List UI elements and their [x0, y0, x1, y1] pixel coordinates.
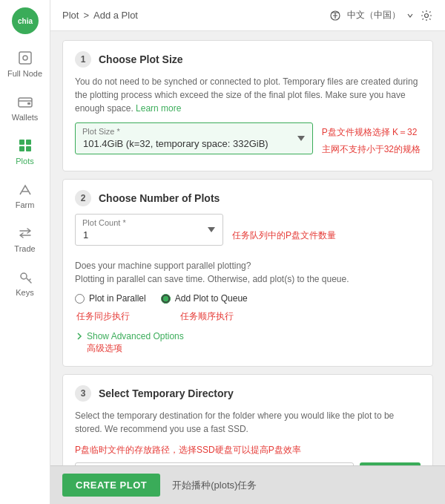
svg-rect-5 — [27, 102, 30, 105]
annotation-temp: P盘临时文件的存放路径，选择SSD硬盘可以提高P盘效率 — [75, 443, 421, 457]
sidebar-item-label: Trade — [14, 244, 35, 253]
chevron-right-icon — [75, 332, 84, 341]
sidebar-item-label: Full Node — [7, 69, 42, 78]
annotation-queue: 任务顺序执行 — [180, 310, 234, 324]
plot-size-label: Plot Size * — [82, 127, 120, 136]
section3-description: Select the temporary destination for the… — [75, 409, 421, 436]
radio-parallel[interactable]: Plot in Parallel — [75, 293, 146, 304]
sidebar-item-label: Keys — [16, 288, 33, 297]
footer-annotation: 开始播种(plots)任务 — [172, 479, 257, 492]
farm-icon — [16, 180, 34, 198]
language-label[interactable]: 中文（中国） — [347, 9, 400, 22]
annotation-parallel: 任务同步执行 — [76, 310, 130, 324]
section3-header: 3 Select Temporary Directory — [75, 385, 421, 402]
sidebar-item-trade[interactable]: Trade — [0, 217, 50, 261]
section3-number: 3 — [75, 385, 91, 402]
section2-title: Choose Number of Plots — [99, 192, 220, 204]
plot-count-label: Plot Count * — [82, 218, 126, 227]
svg-rect-6 — [19, 140, 24, 145]
section1-title: Choose Plot Size — [99, 53, 183, 65]
svg-point-3 — [23, 56, 27, 60]
header-controls: 中文（中国） — [329, 9, 433, 22]
keys-icon — [16, 268, 34, 286]
section-num-plots: 2 Choose Number of Plots Plot Count * 1 … — [62, 179, 433, 367]
plot-count-group: Plot Count * 1 — [75, 214, 223, 246]
svg-rect-7 — [26, 140, 31, 145]
section-temp-dir: 3 Select Temporary Directory Select the … — [62, 374, 433, 465]
sidebar-item-keys[interactable]: Keys — [0, 261, 50, 304]
svg-text:chia: chia — [17, 17, 32, 25]
parallel-desc: Does your machine support parallel plott… — [75, 259, 421, 286]
sidebar: chia Full Node Wallets — [0, 0, 50, 504]
annotation-min32: 主网不支持小于32的规格 — [322, 143, 421, 157]
trade-icon — [16, 224, 34, 242]
svg-rect-9 — [26, 146, 31, 151]
svg-rect-2 — [19, 52, 31, 64]
annotation-advanced: 高级选项 — [87, 343, 122, 353]
section1-header: 1 Choose Plot Size — [75, 51, 421, 68]
breadcrumb-parent: Plot — [62, 10, 79, 21]
gear-icon[interactable] — [420, 9, 433, 22]
breadcrumb-separator: > — [83, 10, 89, 21]
temp-folder-group: Temporary folder location * — [75, 462, 354, 465]
main-area: Plot > Add a Plot 中文（中国） 1 Choose Pl — [50, 0, 445, 504]
create-plot-button[interactable]: CREATE PLOT — [62, 474, 160, 497]
radio-queue-label: Add Plot to Queue — [175, 293, 248, 304]
app-logo: chia — [10, 6, 40, 36]
show-advanced-label-1: Show Advanced Options — [87, 331, 184, 341]
sidebar-item-plots[interactable]: Plots — [0, 129, 50, 173]
svg-point-10 — [21, 273, 27, 279]
show-advanced-1[interactable]: Show Advanced Options — [75, 331, 421, 341]
sidebar-item-full-node[interactable]: Full Node — [0, 42, 50, 85]
sidebar-item-farm[interactable]: Farm — [0, 173, 50, 217]
section2-header: 2 Choose Number of Plots — [75, 190, 421, 206]
section2-number: 2 — [75, 190, 91, 206]
svg-point-12 — [425, 13, 429, 17]
radio-parallel-input[interactable] — [75, 294, 85, 304]
full-node-icon — [16, 49, 34, 67]
radio-queue[interactable]: Add Plot to Queue — [161, 293, 248, 304]
chevron-down-icon — [406, 12, 414, 19]
header: Plot > Add a Plot 中文（中国） — [50, 0, 445, 31]
breadcrumb-current: Add a Plot — [93, 10, 138, 21]
sidebar-item-label: Farm — [16, 200, 35, 209]
wallets-icon — [16, 93, 34, 111]
page-content: 1 Choose Plot Size You do not need to be… — [50, 31, 445, 465]
section1-number: 1 — [75, 51, 91, 68]
parallel-radio-group: Plot in Parallel Add Plot to Queue — [75, 293, 421, 304]
sidebar-item-label: Wallets — [12, 113, 39, 122]
sidebar-item-wallets[interactable]: Wallets — [0, 85, 50, 129]
footer-bar: CREATE PLOT 开始播种(plots)任务 — [50, 465, 445, 504]
translate-icon — [329, 10, 341, 22]
svg-rect-8 — [19, 146, 24, 151]
radio-parallel-label: Plot in Parallel — [89, 293, 146, 304]
radio-queue-input[interactable] — [161, 294, 171, 304]
learn-more-link[interactable]: Learn more — [136, 103, 181, 114]
plots-icon — [16, 137, 34, 154]
svg-rect-4 — [19, 98, 32, 107]
plot-size-group: Plot Size * 101.4GiB (k=32, temporary sp… — [75, 122, 313, 154]
section1-description: You do not need to be synched or connect… — [75, 75, 421, 115]
section3-title: Select Temporary Directory — [99, 387, 234, 399]
temp-folder-input[interactable] — [75, 462, 354, 465]
breadcrumb: Plot > Add a Plot — [62, 10, 138, 21]
annotation-k32: P盘文件规格选择 K＝32 — [322, 125, 421, 140]
annotation-count: 任务队列中的P盘文件数量 — [232, 214, 336, 243]
sidebar-item-label: Plots — [16, 157, 33, 166]
section-plot-size: 1 Choose Plot Size You do not need to be… — [62, 40, 433, 171]
